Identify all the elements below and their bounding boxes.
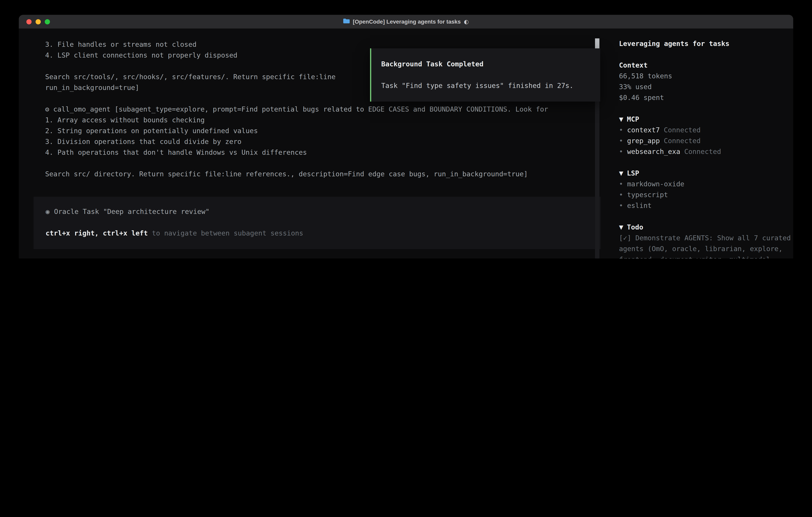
bullet-icon: • xyxy=(619,126,623,134)
chevron-down-icon: ▼ xyxy=(619,222,624,233)
chevron-down-icon: ▼ xyxy=(619,168,624,179)
bullet-icon: • xyxy=(619,180,623,188)
bullet-icon: • xyxy=(619,137,623,145)
tool-call-line: 2. String operations on potentially unde… xyxy=(45,126,601,136)
lsp-item: •markdown-oxide xyxy=(619,179,793,190)
close-button[interactable] xyxy=(26,19,32,24)
shortcut-text: to navigate between subagent sessions xyxy=(148,229,303,237)
window-title-text: [OpenCode] Leveraging agents for tasks xyxy=(353,19,461,25)
lsp-section-heading[interactable]: ▼LSP xyxy=(619,168,793,179)
minimize-button[interactable] xyxy=(35,19,41,24)
mcp-item: •grep_appConnected xyxy=(619,136,793,146)
mcp-item-name: context7 xyxy=(627,126,660,134)
mcp-item-status: Connected xyxy=(664,126,700,134)
shortcut-hint: ctrl+x right, ctrl+x left to navigate be… xyxy=(46,228,591,239)
terminal-window: [OpenCode] Leveraging agents for tasks ◐… xyxy=(19,15,793,258)
mcp-item-status: Connected xyxy=(664,137,700,145)
folder-icon xyxy=(343,19,350,25)
lsp-item-name: markdown-oxide xyxy=(627,180,685,188)
mcp-item-name: grep_app xyxy=(627,137,660,145)
bullet-icon: • xyxy=(619,147,623,156)
mcp-item-name: websearch_exa xyxy=(627,147,680,156)
window-title: [OpenCode] Leveraging agents for tasks ◐ xyxy=(343,19,469,25)
tool-call-text: call_omo_agent [subagent_type=explore, p… xyxy=(53,105,548,113)
lsp-item: •eslint xyxy=(619,200,793,211)
desktop: [OpenCode] Leveraging agents for tasks ◐… xyxy=(0,0,812,258)
spinner-icon: ◐ xyxy=(464,19,469,25)
mcp-section-heading[interactable]: ▼MCP xyxy=(619,114,793,125)
traffic-lights xyxy=(26,15,50,28)
tool-call-header: ⚙call_omo_agent [subagent_type=explore, … xyxy=(45,104,601,115)
tool-call-line: 3. Division operations that could divide… xyxy=(45,136,601,147)
mcp-item: •context7Connected xyxy=(619,125,793,136)
lsp-item-name: eslint xyxy=(627,201,652,210)
bullet-icon: • xyxy=(619,191,623,199)
todo-section-heading[interactable]: ▼Todo xyxy=(619,222,793,233)
titlebar[interactable]: [OpenCode] Leveraging agents for tasks ◐ xyxy=(19,15,793,29)
notification-body: Task "Find type safety issues" finished … xyxy=(381,80,592,91)
oracle-task-title: Oracle Task "Deep architecture review" xyxy=(54,208,210,216)
context-used: 33% used xyxy=(619,82,793,92)
lsp-item: •typescript xyxy=(619,190,793,200)
todo-item: [✓] Demonstrate AGENTS: Show all 7 curat… xyxy=(619,233,793,258)
gear-icon: ⚙ xyxy=(45,105,49,113)
tool-call-line: Search src/ directory. Return specific f… xyxy=(45,169,601,180)
bullet-icon: • xyxy=(619,201,623,210)
shortcut-keys: ctrl+x right, ctrl+x left xyxy=(46,229,148,237)
oracle-task-title-line: ◉Oracle Task "Deep architecture review" xyxy=(46,206,591,217)
lsp-item-name: typescript xyxy=(627,191,668,199)
zoom-button[interactable] xyxy=(45,19,50,24)
mcp-item-status: Connected xyxy=(684,147,721,156)
tool-call-line: 1. Array access without bounds checking xyxy=(45,115,601,126)
context-heading: Context xyxy=(619,60,793,71)
context-spent: $0.46 spent xyxy=(619,92,793,103)
lsp-heading-label: LSP xyxy=(627,168,639,179)
chevron-down-icon: ▼ xyxy=(619,114,624,125)
todo-heading-label: Todo xyxy=(627,222,643,233)
session-title: Leveraging agents for tasks xyxy=(619,38,793,49)
notification-title: Background Task Completed xyxy=(381,59,592,70)
sidebar: Leveraging agents for tasks Context 66,5… xyxy=(610,29,793,258)
oracle-task-panel: ◉Oracle Task "Deep architecture review" … xyxy=(34,197,601,249)
mcp-item: •websearch_exaConnected xyxy=(619,146,793,157)
record-icon: ◉ xyxy=(46,208,50,216)
notification-toast: Background Task Completed Task "Find typ… xyxy=(370,48,600,102)
mcp-heading-label: MCP xyxy=(627,114,639,125)
conversation-pane: 3. File handles or streams not closed 4.… xyxy=(19,29,610,258)
context-tokens: 66,518 tokens xyxy=(619,71,793,82)
tool-call-line: 4. Path operations that don't handle Win… xyxy=(45,147,601,158)
